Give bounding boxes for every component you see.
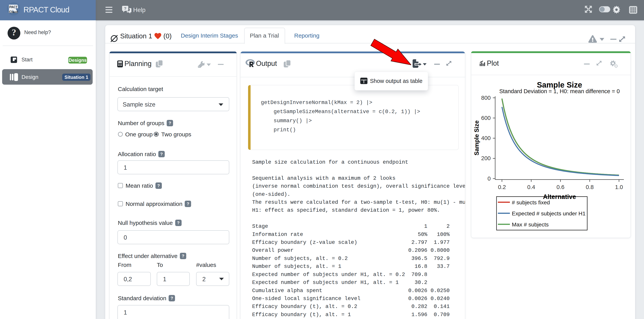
svg-text:Expected # subjects under H1: Expected # subjects under H1	[512, 210, 586, 217]
svg-text:?: ?	[124, 6, 126, 11]
svg-text:# subjects fixed: # subjects fixed	[512, 199, 550, 206]
svg-text:Standard Deviation = 1, H0: me: Standard Deviation = 1, H0: mean differe…	[499, 88, 620, 94]
svg-text:0.2: 0.2	[498, 184, 506, 190]
svg-text:800: 800	[481, 94, 491, 101]
svg-text:400: 400	[481, 135, 491, 141]
svg-text:200: 200	[481, 155, 491, 161]
svg-text:600: 600	[481, 115, 491, 121]
svg-text:1.0: 1.0	[615, 184, 623, 190]
svg-text:0.6: 0.6	[556, 184, 564, 190]
svg-text:0.8: 0.8	[586, 184, 594, 190]
svg-text:Sample Size: Sample Size	[537, 81, 582, 89]
svg-text:0: 0	[488, 175, 491, 182]
svg-text:?: ?	[12, 27, 16, 37]
svg-text:Cloud: Cloud	[9, 10, 18, 13]
svg-text:PACT: PACT	[9, 5, 18, 9]
svg-text:0.4: 0.4	[527, 184, 535, 190]
svg-text:Sample Size: Sample Size	[473, 120, 480, 156]
svg-text:Max # subjects: Max # subjects	[512, 221, 549, 228]
